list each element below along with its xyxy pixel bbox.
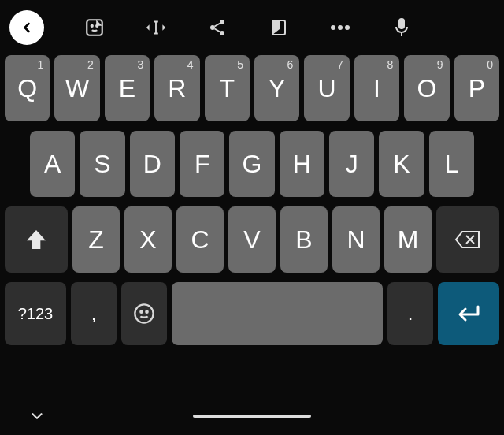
key-row-4: ?123 , . — [5, 282, 499, 345]
key-d[interactable]: D — [130, 131, 175, 197]
key-row-3: Z X C V B N M — [5, 206, 499, 273]
svg-point-19 — [146, 311, 147, 313]
more-icon — [330, 24, 350, 31]
svg-line-8 — [215, 29, 220, 32]
onehand-button[interactable] — [268, 17, 290, 39]
svg-point-5 — [210, 25, 215, 30]
key-z[interactable]: Z — [72, 206, 120, 273]
key-j[interactable]: J — [329, 131, 374, 197]
svg-point-4 — [220, 20, 224, 24]
share-icon — [208, 18, 227, 37]
key-g[interactable]: G — [229, 131, 274, 197]
emoji-icon — [133, 303, 155, 325]
key-n[interactable]: N — [332, 206, 380, 273]
key-l[interactable]: L — [429, 131, 474, 197]
key-o[interactable]: 9O — [404, 55, 449, 121]
chevron-left-icon — [19, 20, 35, 35]
key-u[interactable]: 7U — [304, 55, 349, 121]
enter-key[interactable] — [438, 282, 499, 345]
svg-point-2 — [96, 25, 98, 27]
shift-icon — [24, 227, 49, 252]
more-button[interactable] — [329, 17, 351, 39]
svg-point-12 — [345, 25, 350, 30]
emoji-key[interactable] — [121, 282, 167, 345]
mic-button[interactable] — [391, 17, 413, 39]
key-w[interactable]: 2W — [54, 55, 99, 121]
svg-line-7 — [215, 24, 220, 27]
keyboard: 1Q 2W 3E 4R 5T 6Y 7U 8I 9O 0P A S D F G … — [0, 55, 504, 345]
comma-key[interactable]: , — [71, 282, 117, 345]
back-button[interactable] — [9, 10, 44, 45]
key-t[interactable]: 5T — [205, 55, 250, 121]
key-e[interactable]: 3E — [105, 55, 150, 121]
cursor-button[interactable] — [145, 17, 167, 39]
key-y[interactable]: 6Y — [254, 55, 299, 121]
period-key[interactable]: . — [387, 282, 433, 345]
svg-point-1 — [91, 25, 93, 27]
svg-point-10 — [331, 25, 335, 30]
symbols-key[interactable]: ?123 — [5, 282, 66, 345]
share-button[interactable] — [206, 17, 228, 39]
key-a[interactable]: A — [30, 131, 75, 197]
svg-rect-13 — [398, 18, 405, 29]
key-r[interactable]: 4R — [154, 55, 199, 121]
key-row-1: 1Q 2W 3E 4R 5T 6Y 7U 8I 9O 0P — [5, 55, 499, 121]
backspace-icon — [454, 229, 481, 250]
chevron-down-icon — [28, 407, 46, 425]
sticker-button[interactable] — [83, 17, 106, 39]
microphone-icon — [394, 17, 410, 38]
nav-back-button[interactable] — [28, 407, 46, 425]
key-f[interactable]: F — [180, 131, 224, 197]
key-row-2: A S D F G H J K L — [5, 131, 499, 197]
keyboard-toolbar — [0, 0, 504, 55]
key-c[interactable]: C — [176, 206, 224, 273]
key-p[interactable]: 0P — [454, 55, 499, 121]
key-x[interactable]: X — [124, 206, 172, 273]
svg-point-6 — [220, 31, 224, 35]
space-key[interactable] — [172, 282, 383, 345]
key-s[interactable]: S — [80, 131, 124, 197]
sticker-icon — [84, 17, 105, 38]
key-i[interactable]: 8I — [354, 55, 399, 121]
svg-point-11 — [338, 25, 343, 30]
nav-handle[interactable] — [193, 415, 311, 418]
enter-icon — [456, 303, 481, 324]
backspace-key[interactable] — [436, 206, 499, 273]
key-b[interactable]: B — [280, 206, 328, 273]
key-h[interactable]: H — [280, 131, 324, 197]
shift-key[interactable] — [5, 206, 68, 273]
svg-rect-0 — [87, 20, 102, 35]
nav-bar — [0, 397, 504, 435]
key-v[interactable]: V — [228, 206, 276, 273]
key-m[interactable]: M — [384, 206, 432, 273]
key-q[interactable]: 1Q — [5, 55, 50, 121]
svg-point-18 — [140, 311, 142, 313]
key-k[interactable]: K — [379, 131, 424, 197]
text-cursor-icon — [145, 18, 167, 37]
one-handed-icon — [269, 18, 288, 37]
svg-point-17 — [135, 304, 153, 322]
